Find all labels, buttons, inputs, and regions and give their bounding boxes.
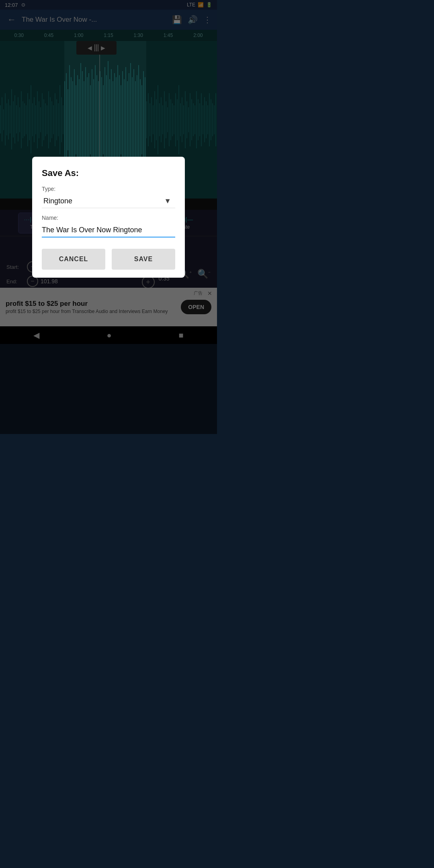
type-dropdown-value: Ringtone [43,197,72,205]
chevron-down-icon: ▼ [164,197,171,205]
modal-buttons: CANCEL SAVE [42,249,175,270]
modal-overlay: Save As: Type: Ringtone ▼ Name: CANCEL S… [0,0,217,434]
modal-name-label: Name: [42,215,175,221]
modal-dialog: Save As: Type: Ringtone ▼ Name: CANCEL S… [32,157,185,278]
cancel-button[interactable]: CANCEL [42,249,105,270]
save-button[interactable]: SAVE [112,249,175,270]
modal-title: Save As: [42,168,175,178]
modal-type-label: Type: [42,186,175,192]
type-dropdown[interactable]: Ringtone ▼ [42,194,175,208]
filename-input[interactable] [42,224,175,237]
